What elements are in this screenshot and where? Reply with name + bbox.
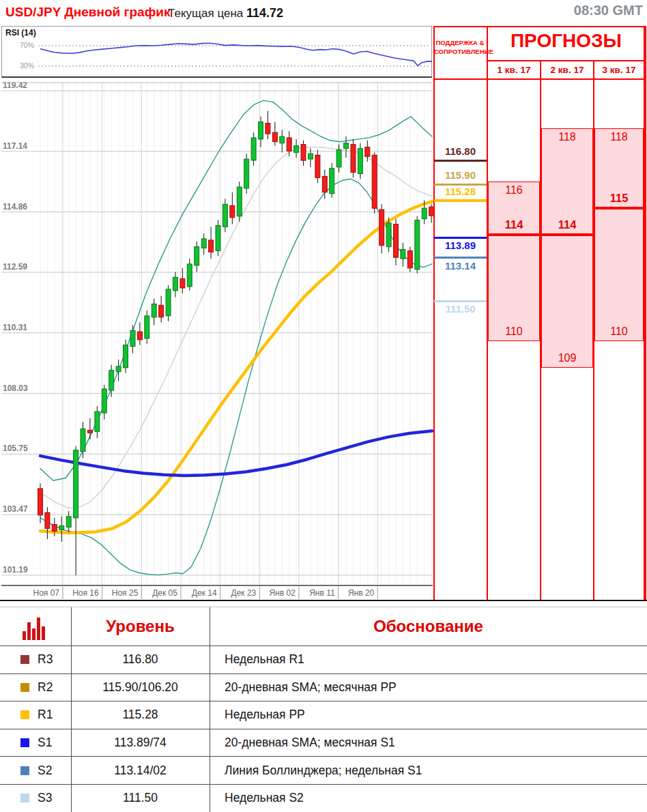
candle-body [336, 150, 341, 167]
candle-body [216, 226, 220, 251]
candle-body [159, 305, 164, 317]
candle-body [272, 132, 277, 142]
y-axis-label: 110.31 [3, 323, 27, 332]
candle-body [209, 240, 214, 252]
candle-body [102, 389, 106, 413]
sr-level-line [434, 199, 487, 202]
candle-body [415, 220, 420, 270]
candle-body [173, 277, 178, 291]
level-reason: 20-дневная SMA; месячная PP [210, 680, 647, 695]
y-axis-label: 114.86 [3, 202, 27, 212]
level-color-swatch [20, 738, 29, 747]
sr-level-value: 111.50 [434, 303, 487, 315]
candle-body [351, 145, 356, 173]
x-axis-label: Ноя 07 [33, 588, 59, 598]
level-tag: R1 [38, 708, 53, 722]
candle-body [66, 517, 71, 527]
x-axis-label: Янв 20 [348, 588, 375, 598]
candle-body [145, 316, 149, 338]
quarter-header: 2 кв. 17 [541, 63, 593, 78]
candle-body [137, 332, 142, 340]
candle-body [330, 169, 334, 194]
timestamp: 08:30 GMT [574, 3, 643, 18]
level-value: 113.14/02 [71, 764, 210, 778]
level-reason: Недельная PP [210, 708, 647, 722]
x-axis-label: Ноя 25 [112, 588, 139, 598]
usdjpy-daily-chart-page: USD/JPY Дневной график Текущая цена 114.… [0, 0, 647, 812]
level-color-swatch [20, 710, 29, 719]
forecast-value: 114 [541, 218, 593, 231]
candle-body [401, 250, 405, 259]
forecast-range-box [594, 128, 644, 341]
x-axis-label: Дек 23 [231, 588, 257, 598]
quarter-header: 3 кв. 17 [594, 63, 644, 78]
candle-body [280, 136, 285, 143]
level-reason: 20-дневная SMA; месячная S1 [210, 736, 647, 750]
forecast-value: 114 [488, 218, 540, 231]
candle-body [407, 251, 412, 268]
candle-body [124, 345, 128, 368]
level-value: 115.90/106.20 [71, 680, 210, 695]
sr-level-value: 115.90 [434, 169, 487, 181]
sma-200-line [40, 431, 432, 476]
column-header-reason: Обоснование [210, 617, 647, 636]
candle-body [265, 124, 270, 134]
x-axis-label: Дек 05 [152, 588, 177, 598]
candle-body [52, 525, 57, 532]
level-value: 115.28 [71, 708, 210, 722]
y-axis-label: 105.75 [3, 444, 28, 453]
candle-body [301, 145, 306, 160]
sr-level-value: 116.80 [434, 145, 487, 157]
rsi-upper-threshold: 70% [3, 41, 34, 49]
current-price: Текущая цена 114.72 [168, 6, 283, 20]
table-row: R2115.90/106.2020-дневная SMA; месячная … [0, 674, 647, 702]
level-value: 116.80 [71, 652, 210, 667]
candle-body [344, 143, 349, 149]
sr-level-value: 113.89 [434, 240, 487, 251]
y-axis-label: 101.19 [3, 565, 28, 575]
forecast-pivot-line [541, 233, 593, 236]
page-title: USD/JPY Дневной график [5, 5, 170, 20]
level-value: 111.50 [71, 791, 210, 805]
forecast-value: 109 [541, 352, 593, 364]
candle-body [394, 224, 399, 258]
candle-body [166, 289, 171, 316]
sr-level-line [434, 184, 487, 186]
levels-table: Уровень Обоснование R3116.80Недельная R1… [0, 607, 647, 812]
y-axis-label: 108.03 [3, 383, 28, 393]
forecasts-title: ПРОГНОЗЫ [487, 30, 645, 52]
forecast-range-box [541, 128, 593, 368]
y-axis-label: 117.14 [3, 141, 27, 151]
rsi-lower-threshold: 30% [3, 61, 34, 70]
sr-level-value: 115.28 [434, 186, 487, 197]
sr-level-value: 113.14 [434, 260, 487, 272]
column-header-level: Уровень [71, 617, 210, 636]
sr-level-line [434, 257, 487, 259]
candle-body [180, 278, 185, 288]
sr-level-line [434, 300, 487, 302]
sr-level-line [434, 237, 487, 239]
forecast-value: 110 [594, 325, 644, 338]
bollinger-upper-line [40, 100, 432, 480]
forecast-value: 118 [594, 131, 644, 143]
candle-body [294, 146, 299, 153]
panel-border-top [433, 26, 646, 27]
level-color-swatch [20, 794, 29, 802]
candle-body [358, 149, 362, 174]
table-vline-1 [71, 607, 72, 812]
table-row: S1113.89/7420-дневная SMA; месячная S1 [0, 729, 647, 757]
candle-body [308, 154, 313, 159]
candle-body [59, 526, 64, 530]
level-color-swatch [20, 683, 29, 692]
quarter-header: 1 кв. 17 [488, 63, 540, 78]
table-row: S2113.14/02Линия Боллинджера; недельная … [0, 757, 647, 785]
candle-body [372, 155, 377, 208]
current-price-label: Текущая цена [168, 7, 243, 20]
y-axis-label: 112.59 [3, 262, 27, 272]
candle-body [195, 247, 199, 265]
forecast-value: 115 [594, 192, 644, 205]
candle-body [315, 155, 320, 177]
rsi-panel [1, 26, 432, 78]
level-reason: Недельная S2 [210, 791, 647, 805]
level-tag: R3 [38, 652, 53, 667]
